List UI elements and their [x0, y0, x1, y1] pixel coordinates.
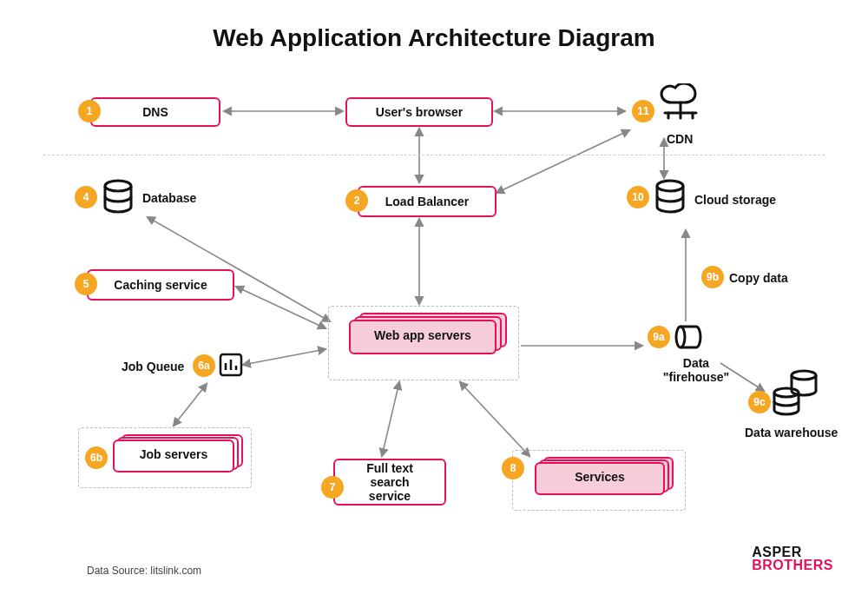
svg-point-27 [792, 371, 816, 380]
badge-6a: 6a [193, 354, 215, 377]
node-web-app-servers: Web app servers [349, 320, 496, 354]
job-queue-icon [219, 353, 243, 380]
logo-line1: ASPER [752, 545, 833, 558]
services-label: Services [535, 470, 665, 484]
section-divider [43, 155, 825, 155]
node-load-balancer-label: Load Balancer [385, 195, 469, 208]
warehouse-label: Data warehouse [745, 426, 838, 439]
warehouse-icon [771, 368, 821, 424]
badge-5: 5 [75, 273, 97, 295]
node-dns-label: DNS [142, 105, 168, 119]
svg-line-8 [243, 349, 326, 365]
data-source: Data Source: litslink.com [87, 565, 201, 577]
badge-8: 8 [502, 457, 524, 479]
node-services: Services [535, 462, 665, 495]
node-caching: Caching service [87, 269, 234, 301]
cdn-icon [656, 83, 705, 130]
node-fulltext: Full text search service [333, 459, 446, 506]
job-servers-label: Job servers [113, 447, 234, 461]
job-queue-label: Job Queue [122, 360, 184, 373]
database-icon [101, 179, 135, 221]
badge-7: 7 [321, 476, 344, 499]
copy-data-label: Copy data [729, 271, 788, 285]
node-caching-label: Caching service [114, 278, 207, 292]
svg-line-11 [460, 382, 529, 456]
web-app-label: Web app servers [349, 328, 496, 342]
badge-9b: 9b [701, 266, 724, 288]
svg-line-9 [174, 384, 207, 426]
badge-4: 4 [75, 186, 97, 208]
cloud-storage-icon [653, 179, 687, 221]
badge-9c: 9c [748, 391, 771, 413]
logo-line2: BROTHERS [752, 558, 833, 572]
fulltext-label: Full text search service [349, 461, 431, 503]
asper-brothers-logo: ASPER BROTHERS [752, 545, 833, 572]
svg-line-3 [496, 130, 629, 193]
cdn-label: CDN [667, 132, 693, 146]
arrows-layer [0, 0, 868, 608]
svg-line-7 [236, 287, 326, 328]
svg-line-10 [382, 382, 399, 456]
node-load-balancer: Load Balancer [358, 186, 496, 217]
node-browser-label: User's browser [376, 105, 464, 119]
badge-9a: 9a [648, 326, 670, 348]
firehose-label: Data "firehouse" [661, 356, 731, 384]
badge-11: 11 [632, 100, 654, 122]
svg-point-21 [657, 181, 683, 191]
database-label: Database [142, 191, 196, 205]
firehose-icon [674, 321, 705, 356]
badge-6b: 6b [85, 446, 108, 469]
badge-10: 10 [627, 186, 649, 208]
node-job-servers: Job servers [113, 439, 234, 473]
badge-1: 1 [78, 100, 101, 122]
diagram-canvas: 1 DNS User's browser 11 CDN 2 Load Balan… [0, 0, 868, 608]
badge-2: 2 [345, 189, 368, 212]
cloud-storage-label: Cloud storage [694, 193, 776, 207]
node-browser: User's browser [345, 97, 493, 127]
svg-point-20 [105, 181, 131, 191]
svg-point-26 [676, 327, 685, 347]
node-dns: DNS [90, 97, 220, 127]
